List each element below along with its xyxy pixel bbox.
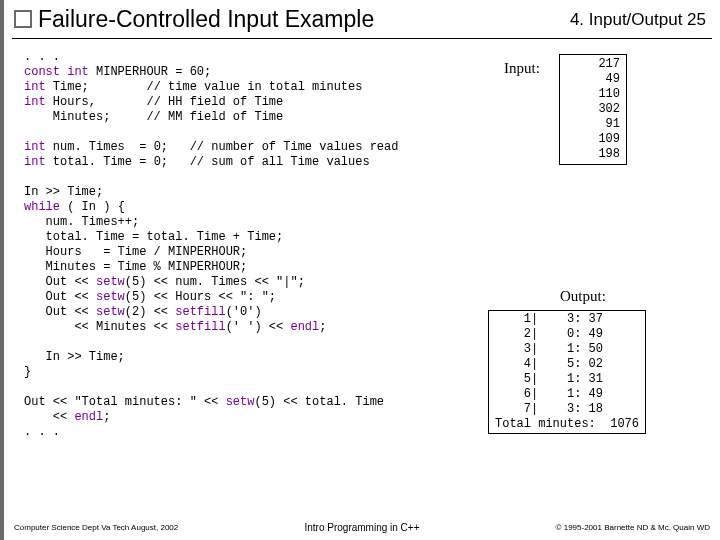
footer-right: © 1995-2001 Barnette ND & Mc. Quain WD xyxy=(556,523,710,532)
keyword: setw xyxy=(226,395,255,409)
code-text: Out << xyxy=(24,305,96,319)
code-line: num. Times++; xyxy=(24,215,139,229)
code-text: Time; // time value in total minutes xyxy=(46,80,363,94)
code-block: . . . const int MINPERHOUR = 60; int Tim… xyxy=(24,50,398,440)
code-line: } xyxy=(24,365,31,379)
code-line: . . . xyxy=(24,425,60,439)
footer-mid: Intro Programming in C++ xyxy=(304,522,419,533)
keyword: while xyxy=(24,200,60,214)
code-text: ; xyxy=(103,410,110,424)
keyword: int xyxy=(24,80,46,94)
keyword: setw xyxy=(96,290,125,304)
code-text: MINPERHOUR = 60; xyxy=(89,65,211,79)
input-label: Input: xyxy=(504,60,540,77)
keyword: setfill xyxy=(175,305,225,319)
code-line: Hours = Time / MINPERHOUR; xyxy=(24,245,247,259)
code-text: (5) << Hours << ": "; xyxy=(125,290,276,304)
output-box: 1| 3: 37 2| 0: 49 3| 1: 50 4| 5: 02 5| 1… xyxy=(488,310,646,434)
code-text: Out << xyxy=(24,290,96,304)
code-text: (' ') << xyxy=(226,320,291,334)
keyword: endl xyxy=(74,410,103,424)
code-line: . . . xyxy=(24,50,60,64)
code-text: (5) << num. Times << "|"; xyxy=(125,275,305,289)
keyword: int xyxy=(24,155,46,169)
code-text: ; xyxy=(319,320,326,334)
output-label: Output: xyxy=(560,288,606,305)
keyword: int xyxy=(24,95,46,109)
footer-left: Computer Science Dept Va Tech August, 20… xyxy=(14,523,178,532)
code-text: (2) << xyxy=(125,305,175,319)
header-rule xyxy=(12,38,712,39)
code-line: total. Time = total. Time + Time; xyxy=(24,230,283,244)
code-line: Minutes = Time % MINPERHOUR; xyxy=(24,260,247,274)
code-line: Minutes; // MM field of Time xyxy=(24,110,283,124)
code-text: (5) << total. Time xyxy=(254,395,384,409)
code-text: ( In ) { xyxy=(60,200,125,214)
code-text: num. Times = 0; // number of Time values… xyxy=(46,140,399,154)
keyword: setfill xyxy=(175,320,225,334)
keyword: const int xyxy=(24,65,89,79)
code-text: total. Time = 0; // sum of all Time valu… xyxy=(46,155,370,169)
code-text: Out << xyxy=(24,275,96,289)
keyword: endl xyxy=(290,320,319,334)
slide-section: 4. Input/Output 25 xyxy=(570,10,706,30)
code-line: In >> Time; xyxy=(24,185,103,199)
code-text: Hours, // HH field of Time xyxy=(46,95,284,109)
input-box: 217 49 110 302 91 109 198 xyxy=(559,54,627,165)
keyword: setw xyxy=(96,305,125,319)
code-text: Out << "Total minutes: " << xyxy=(24,395,226,409)
slide: Failure-Controlled Input Example 4. Inpu… xyxy=(0,0,720,540)
bullet-icon xyxy=(14,10,32,28)
footer: Computer Science Dept Va Tech August, 20… xyxy=(14,520,710,534)
keyword: int xyxy=(24,140,46,154)
code-text: << Minutes << xyxy=(24,320,175,334)
code-text: << xyxy=(24,410,74,424)
slide-title: Failure-Controlled Input Example xyxy=(38,6,374,33)
keyword: setw xyxy=(96,275,125,289)
code-text: ('0') xyxy=(226,305,262,319)
code-line: In >> Time; xyxy=(24,350,125,364)
